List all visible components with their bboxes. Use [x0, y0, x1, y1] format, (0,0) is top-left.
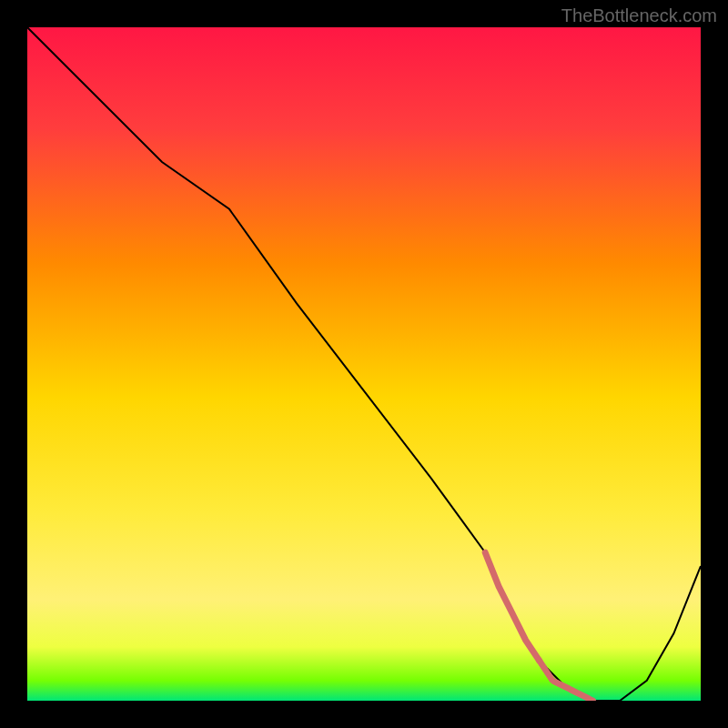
watermark-text: TheBottleneck.com — [561, 5, 717, 26]
chart-lines-layer — [27, 27, 701, 701]
chart-plot-area — [27, 27, 701, 701]
